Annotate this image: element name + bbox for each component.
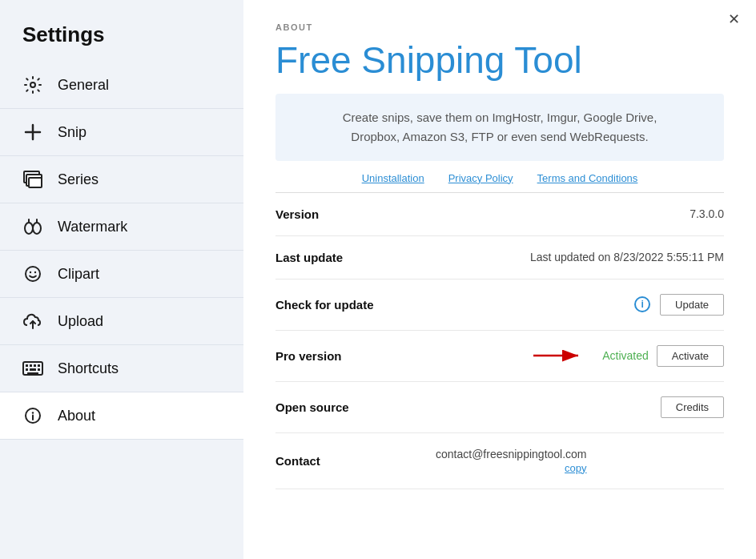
info-icon[interactable]: i — [634, 296, 650, 312]
arrow-icon — [532, 347, 588, 364]
copy-link[interactable]: copy — [565, 462, 586, 474]
sidebar-label-general: General — [58, 77, 109, 94]
sidebar-label-shortcuts: Shortcuts — [58, 360, 119, 377]
pro-version-row: Pro version Activated Activate — [275, 331, 724, 382]
sidebar-item-series[interactable]: Series — [0, 156, 243, 203]
activated-status: Activated — [602, 349, 649, 362]
svg-rect-17 — [26, 368, 28, 371]
open-source-label: Open source — [275, 400, 436, 414]
svg-point-6 — [25, 223, 33, 234]
close-button[interactable]: ✕ — [722, 8, 745, 30]
app-title: Free Snipping Tool — [275, 40, 724, 81]
sidebar-label-snip: Snip — [58, 124, 86, 141]
sidebar-label-clipart: Clipart — [58, 266, 99, 283]
cloud-upload-icon — [22, 311, 43, 332]
check-update-actions: i Update — [634, 294, 724, 316]
open-source-row: Open source Credits — [275, 382, 724, 433]
update-button[interactable]: Update — [660, 294, 724, 316]
description-text: Create snips, save them on ImgHostr, Img… — [343, 111, 657, 143]
smiley-icon — [22, 263, 43, 284]
svg-point-0 — [30, 82, 35, 87]
pro-version-actions: Activated Activate — [532, 345, 724, 367]
svg-point-9 — [30, 271, 31, 273]
sidebar-item-upload[interactable]: Upload — [0, 298, 243, 345]
check-update-label: Check for update — [275, 298, 436, 312]
sidebar-item-general[interactable]: General — [0, 62, 243, 109]
privacy-policy-link[interactable]: Privacy Policy — [448, 172, 513, 184]
version-row: Version 7.3.0.0 — [275, 193, 724, 236]
section-label: ABOUT — [275, 22, 724, 32]
plus-icon — [22, 122, 43, 143]
contact-email: contact@freesnippingtool.com — [436, 448, 587, 460]
keyboard-icon — [22, 358, 43, 379]
sidebar: Settings General Snip Seri — [0, 0, 243, 559]
svg-point-10 — [34, 271, 36, 273]
last-update-value: Last updated on 8/23/2022 5:55:11 PM — [436, 251, 724, 263]
check-update-row: Check for update i Update — [275, 280, 724, 331]
sidebar-item-about[interactable]: About — [0, 392, 243, 440]
svg-rect-18 — [30, 368, 36, 371]
version-label: Version — [275, 207, 436, 221]
svg-point-7 — [33, 223, 41, 234]
svg-rect-13 — [26, 364, 28, 367]
version-value: 7.3.0.0 — [436, 207, 724, 220]
links-row: Uninstallation Privacy Policy Terms and … — [275, 172, 724, 184]
activate-button[interactable]: Activate — [657, 345, 724, 367]
svg-point-22 — [32, 412, 34, 413]
drops-icon — [22, 216, 43, 237]
sidebar-label-watermark: Watermark — [58, 219, 127, 235]
gear-icon — [22, 74, 43, 95]
terms-link[interactable]: Terms and Conditions — [537, 172, 638, 184]
sidebar-item-shortcuts[interactable]: Shortcuts — [0, 345, 243, 392]
open-source-actions: Credits — [661, 396, 724, 418]
svg-point-8 — [26, 267, 40, 281]
sidebar-label-upload: Upload — [58, 313, 103, 330]
sidebar-label-series: Series — [58, 171, 99, 188]
svg-rect-19 — [38, 368, 40, 371]
layers-icon — [22, 169, 43, 190]
contact-row: Contact contact@freesnippingtool.com cop… — [275, 433, 724, 489]
contact-label: Contact — [275, 454, 436, 468]
pro-version-label: Pro version — [275, 349, 436, 363]
sidebar-item-snip[interactable]: Snip — [0, 109, 243, 156]
svg-rect-5 — [29, 178, 42, 187]
last-update-label: Last update — [275, 251, 436, 264]
svg-rect-20 — [27, 372, 38, 374]
sidebar-item-clipart[interactable]: Clipart — [0, 251, 243, 298]
contact-info: contact@freesnippingtool.com copy — [436, 448, 587, 474]
svg-rect-16 — [38, 364, 40, 367]
info-circle-icon — [22, 405, 43, 426]
uninstallation-link[interactable]: Uninstallation — [362, 172, 424, 184]
svg-rect-15 — [34, 364, 36, 367]
last-update-row: Last update Last updated on 8/23/2022 5:… — [275, 236, 724, 280]
settings-title: Settings — [0, 0, 243, 62]
sidebar-item-watermark[interactable]: Watermark — [0, 203, 243, 251]
sidebar-label-about: About — [58, 408, 95, 424]
main-panel: ✕ ABOUT Free Snipping Tool Create snips,… — [243, 0, 756, 559]
app-description: Create snips, save them on ImgHostr, Img… — [275, 94, 724, 161]
svg-rect-14 — [30, 364, 32, 367]
credits-button[interactable]: Credits — [661, 396, 724, 418]
